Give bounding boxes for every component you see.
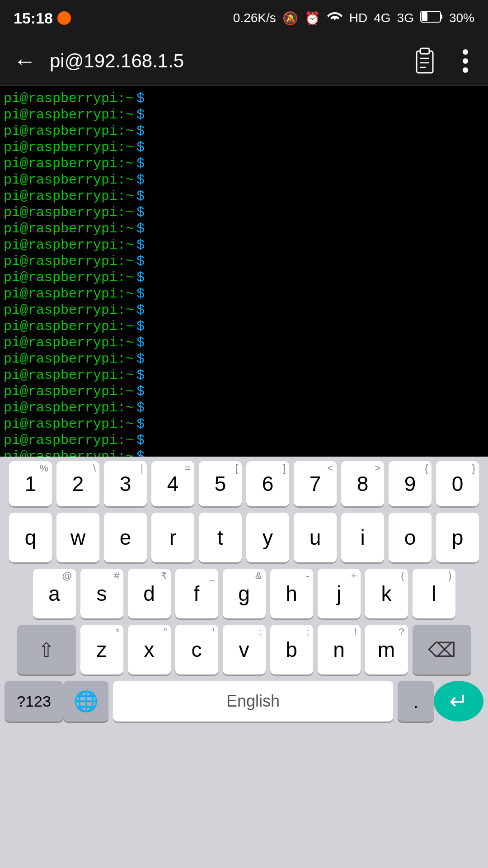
mute-icon: 🔕 bbox=[282, 11, 298, 26]
terminal-line: pi@raspberrypi:~ $ bbox=[4, 448, 484, 457]
clipboard-button[interactable] bbox=[411, 47, 438, 75]
key-5[interactable]: [ 5 bbox=[199, 461, 242, 506]
number-row: % 1 \ 2 | 3 = 4 [ 5 ] 6 < 7 > 8 bbox=[0, 461, 488, 506]
terminal-line: pi@raspberrypi:~ $ bbox=[4, 123, 484, 139]
symbols-key[interactable]: ?123 bbox=[5, 681, 63, 722]
key-n[interactable]: ! n bbox=[318, 625, 361, 675]
key-a[interactable]: @ a bbox=[33, 569, 76, 618]
terminal-line: pi@raspberrypi:~ $ bbox=[4, 139, 484, 156]
back-arrow-icon: ← bbox=[14, 48, 36, 74]
globe-icon: 🌐 bbox=[74, 689, 99, 713]
key-z[interactable]: * z bbox=[80, 625, 123, 675]
terminal-line: pi@raspberrypi:~ $ bbox=[4, 221, 484, 237]
enter-icon: ↵ bbox=[449, 688, 468, 714]
terminal-line: pi@raspberrypi:~ $ bbox=[4, 351, 484, 367]
status-right: 0.26K/s 🔕 ⏰ HD 4G 3G 30% bbox=[233, 10, 474, 26]
battery-icon bbox=[420, 10, 443, 26]
key-3[interactable]: | 3 bbox=[104, 461, 147, 506]
network-speed: 0.26K/s bbox=[233, 11, 276, 25]
terminal-line: pi@raspberrypi:~ $ bbox=[4, 286, 484, 302]
key-g[interactable]: & g bbox=[223, 569, 266, 618]
key-x[interactable]: " x bbox=[128, 625, 171, 675]
key-1[interactable]: % 1 bbox=[9, 461, 52, 506]
key-d[interactable]: ₹ d bbox=[128, 569, 171, 618]
more-menu-button[interactable] bbox=[452, 47, 479, 75]
enter-key[interactable]: ↵ bbox=[434, 681, 483, 722]
key-b[interactable]: ; b bbox=[270, 625, 313, 675]
key-9[interactable]: { 9 bbox=[389, 461, 432, 506]
terminal-line: pi@raspberrypi:~ $ bbox=[4, 204, 484, 221]
back-button[interactable]: ← bbox=[9, 45, 41, 77]
key-j[interactable]: + j bbox=[318, 569, 361, 618]
status-left: 15:18 bbox=[14, 9, 71, 27]
terminal[interactable]: pi@raspberrypi:~ $ pi@raspberrypi:~ $ pi… bbox=[0, 86, 488, 457]
key-h[interactable]: - h bbox=[270, 569, 313, 618]
key-i[interactable]: i bbox=[341, 513, 384, 562]
key-r[interactable]: r bbox=[151, 513, 194, 562]
terminal-line: pi@raspberrypi:~ $ bbox=[4, 318, 484, 335]
terminal-line: pi@raspberrypi:~ $ bbox=[4, 432, 484, 448]
signal-4g: 4G bbox=[374, 11, 390, 25]
key-e[interactable]: e bbox=[104, 513, 147, 562]
terminal-line: pi@raspberrypi:~ $ bbox=[4, 156, 484, 172]
terminal-line: pi@raspberrypi:~ $ bbox=[4, 400, 484, 416]
svg-point-11 bbox=[463, 67, 468, 73]
bottom-row: ?123 🌐 English . ↵ bbox=[0, 681, 488, 722]
keyboard: % 1 \ 2 | 3 = 4 [ 5 ] 6 < 7 > 8 bbox=[0, 457, 488, 868]
key-6[interactable]: ] 6 bbox=[246, 461, 289, 506]
key-o[interactable]: o bbox=[389, 513, 432, 562]
terminal-line: pi@raspberrypi:~ $ bbox=[4, 269, 484, 286]
globe-key[interactable]: 🌐 bbox=[63, 681, 108, 722]
key-v[interactable]: : v bbox=[223, 625, 266, 675]
key-4[interactable]: = 4 bbox=[151, 461, 194, 506]
terminal-line: pi@raspberrypi:~ $ bbox=[4, 172, 484, 188]
key-m[interactable]: ? m bbox=[365, 625, 408, 675]
terminal-line: pi@raspberrypi:~ $ bbox=[4, 416, 484, 432]
title-action-icons bbox=[411, 47, 479, 75]
key-w[interactable]: w bbox=[56, 513, 99, 562]
backspace-key[interactable]: ⌫ bbox=[413, 625, 471, 675]
key-y[interactable]: y bbox=[246, 513, 289, 562]
key-f[interactable]: _ f bbox=[175, 569, 218, 618]
svg-rect-3 bbox=[441, 14, 442, 19]
key-u[interactable]: u bbox=[294, 513, 337, 562]
key-0[interactable]: } 0 bbox=[436, 461, 479, 506]
title-bar: ← pi@192.168.1.5 bbox=[0, 36, 488, 86]
terminal-line: pi@raspberrypi:~ $ bbox=[4, 90, 484, 107]
svg-rect-2 bbox=[422, 12, 427, 21]
signal-hd: HD bbox=[349, 11, 367, 25]
terminal-line: pi@raspberrypi:~ $ bbox=[4, 302, 484, 318]
backspace-icon: ⌫ bbox=[428, 638, 456, 661]
key-t[interactable]: t bbox=[199, 513, 242, 562]
terminal-line: pi@raspberrypi:~ $ bbox=[4, 237, 484, 253]
svg-point-9 bbox=[463, 49, 468, 55]
key-q[interactable]: q bbox=[9, 513, 52, 562]
terminal-line: pi@raspberrypi:~ $ bbox=[4, 107, 484, 123]
signal-3g: 3G bbox=[397, 11, 414, 25]
key-8[interactable]: > 8 bbox=[341, 461, 384, 506]
key-s[interactable]: # s bbox=[80, 569, 123, 618]
space-key[interactable]: English bbox=[113, 681, 393, 722]
shift-icon: ⇧ bbox=[38, 638, 55, 661]
key-2[interactable]: \ 2 bbox=[56, 461, 99, 506]
terminal-line: pi@raspberrypi:~ $ bbox=[4, 253, 484, 269]
shift-key[interactable]: ⇧ bbox=[17, 625, 76, 675]
terminal-line: pi@raspberrypi:~ $ bbox=[4, 188, 484, 204]
alarm-icon: ⏰ bbox=[305, 11, 320, 26]
qwerty-row: q w e r t y u i o p bbox=[0, 513, 488, 562]
terminal-line: pi@raspberrypi:~ $ bbox=[4, 383, 484, 400]
key-p[interactable]: p bbox=[436, 513, 479, 562]
key-7[interactable]: < 7 bbox=[294, 461, 337, 506]
asdf-row: @ a # s ₹ d _ f & g - h + j ( k bbox=[0, 569, 488, 618]
terminal-line: pi@raspberrypi:~ $ bbox=[4, 335, 484, 351]
key-l[interactable]: ) l bbox=[413, 569, 455, 618]
svg-rect-5 bbox=[420, 48, 429, 54]
battery-percent: 30% bbox=[449, 11, 474, 25]
key-c[interactable]: ' c bbox=[175, 625, 218, 675]
status-bar: 15:18 0.26K/s 🔕 ⏰ HD 4G 3G 30% bbox=[0, 0, 488, 36]
period-key[interactable]: . bbox=[398, 681, 434, 722]
terminal-line: pi@raspberrypi:~ $ bbox=[4, 367, 484, 383]
svg-rect-0 bbox=[60, 14, 69, 23]
connection-title: pi@192.168.1.5 bbox=[50, 50, 411, 72]
key-k[interactable]: ( k bbox=[365, 569, 408, 618]
